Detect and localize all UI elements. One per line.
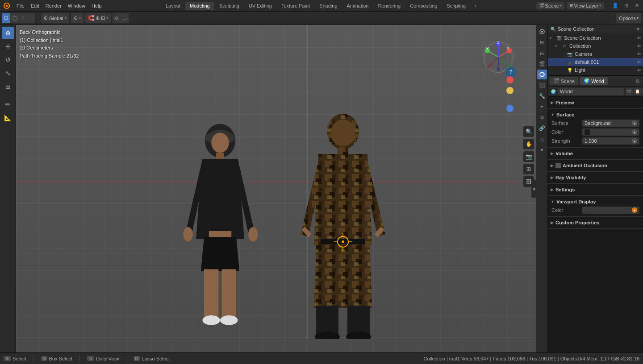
- world-name-input[interactable]: [558, 88, 624, 95]
- tab-sculpting[interactable]: Sculpting: [215, 2, 244, 10]
- world-copy-btn[interactable]: 📋: [634, 88, 641, 95]
- tab-modeling[interactable]: Modeling: [185, 2, 214, 10]
- tab-animation[interactable]: Animation: [342, 2, 373, 10]
- outliner-item-collection[interactable]: ▾ ◻ Collection 👁: [548, 42, 643, 50]
- svg-point-51: [540, 72, 544, 77]
- tool-measure[interactable]: 📐: [2, 112, 14, 124]
- outliner-item-mesh[interactable]: ▾ △ default.001 👁: [548, 58, 643, 66]
- menu-window[interactable]: Window: [65, 2, 88, 9]
- light-eye[interactable]: 👁: [637, 68, 641, 73]
- user-prefs-icon[interactable]: 👤: [611, 1, 620, 10]
- tab-texture-paint[interactable]: Texture Paint: [277, 2, 314, 10]
- custom-props-header[interactable]: ▶ Custom Properties: [548, 219, 643, 227]
- color-dot-btn[interactable]: ●: [632, 129, 637, 135]
- tool-select-extra[interactable]: ⋯: [26, 13, 35, 23]
- collection-eye[interactable]: 👁: [637, 44, 641, 49]
- props-section-settings: ▶ Settings: [548, 184, 643, 196]
- menu-edit[interactable]: Edit: [28, 2, 42, 9]
- viewport-color-dot[interactable]: ●: [632, 207, 637, 213]
- menu-render[interactable]: Render: [42, 2, 65, 9]
- ray-visibility-header[interactable]: ▶ Ray Visibility: [548, 174, 643, 182]
- props-tab-physics[interactable]: ⚙: [537, 112, 547, 122]
- ao-checkbox[interactable]: [555, 163, 561, 168]
- tool-select-circle[interactable]: ◯: [10, 13, 20, 23]
- tab-shading[interactable]: Shading: [315, 2, 342, 10]
- tool-annotate[interactable]: ✏: [2, 98, 14, 111]
- color-swatch: [585, 129, 590, 135]
- add-workspace-btn[interactable]: +: [471, 1, 480, 10]
- volume-section-header[interactable]: ▶ Volume: [548, 149, 643, 157]
- dot-red: [506, 76, 514, 83]
- color-value[interactable]: ●: [582, 128, 639, 136]
- camera-icon: 📷: [567, 51, 573, 57]
- zoom-in-btn[interactable]: 🔍: [523, 126, 534, 137]
- tab-uv-editing[interactable]: UV Editing: [244, 2, 276, 10]
- proportional-edit-extra[interactable]: ◡: [121, 13, 129, 23]
- sidebar-collapse-arrow[interactable]: ◀: [531, 180, 536, 198]
- tool-scale[interactable]: ⤡: [2, 67, 14, 79]
- tool-cursor[interactable]: ⊕: [2, 27, 14, 39]
- settings-header[interactable]: ▶ Settings: [548, 186, 643, 194]
- proportional-edit-btn[interactable]: ⊙: [113, 13, 121, 23]
- outliner-filter-icon[interactable]: ▼: [636, 27, 640, 32]
- outliner-item-scene-collection[interactable]: ▾ 🎬 Scene Collection 👁: [548, 34, 643, 42]
- ao-section-header[interactable]: ▶ Ambient Occlusion: [548, 161, 643, 170]
- outliner-item-light[interactable]: ▾ 💡 Light 👁: [548, 66, 643, 74]
- props-tab-output[interactable]: ⊞: [537, 37, 547, 47]
- tool-move[interactable]: ✛: [2, 40, 14, 53]
- surface-section-header[interactable]: ▼ Surface: [548, 111, 643, 119]
- props-expand-btn[interactable]: ⊞: [634, 78, 641, 85]
- scene-tab-label: Scene: [561, 79, 575, 84]
- surface-type-value[interactable]: Background ●: [582, 120, 639, 127]
- props-tab-particles[interactable]: ✦: [537, 102, 547, 112]
- tool-transform[interactable]: ⊞: [2, 80, 14, 93]
- tool-select-lasso[interactable]: ⌇: [20, 13, 26, 23]
- props-tab-material[interactable]: ●: [537, 145, 547, 154]
- characters-container: [16, 25, 536, 352]
- camera-eye[interactable]: 👁: [637, 52, 641, 57]
- scene-collection-eye[interactable]: 👁: [637, 36, 641, 41]
- view-layer-selector[interactable]: ⊞ View Layer ▾: [567, 2, 604, 9]
- window-fullscreen-icon[interactable]: ⊡: [622, 1, 630, 10]
- menu-file[interactable]: File: [13, 2, 28, 9]
- strength-dot-btn[interactable]: ●: [632, 138, 637, 144]
- props-tab-data[interactable]: △: [537, 134, 547, 144]
- props-tab-modifiers[interactable]: 🔧: [537, 91, 547, 101]
- properties-tabs-sidebar: ⊞ ⊟ 🎬 ⬛ 🔧 ✦ ⚙ 🔗 △ ●: [536, 25, 548, 352]
- world-shield-btn[interactable]: 🛡: [626, 88, 633, 95]
- tab-scene[interactable]: 🎬 Scene: [550, 77, 578, 85]
- viewport-display-header[interactable]: ▼ Viewport Display: [548, 198, 643, 206]
- transform-orientation-select[interactable]: ⊕ Global ▾: [41, 13, 69, 23]
- options-btn[interactable]: Options ▾: [616, 13, 641, 23]
- props-tab-render[interactable]: [537, 27, 547, 37]
- camera-view-btn[interactable]: 📷: [523, 151, 534, 162]
- tab-compositing[interactable]: Compositing: [405, 2, 442, 10]
- props-tab-world[interactable]: [537, 70, 547, 79]
- menu-help[interactable]: Help: [88, 2, 105, 9]
- surface-value-dot[interactable]: ●: [632, 120, 637, 126]
- window-close-icon[interactable]: ✕: [632, 1, 641, 10]
- mesh-eye[interactable]: 👁: [637, 60, 641, 65]
- tab-layout[interactable]: Layout: [161, 2, 185, 10]
- tool-rotate[interactable]: ↺: [2, 54, 14, 66]
- viewport-color-value[interactable]: ●: [582, 207, 639, 214]
- outliner-item-camera[interactable]: ▾ 📷 Camera 👁: [548, 50, 643, 58]
- pivot-point-select[interactable]: ⊙ ▾: [71, 13, 84, 23]
- scene-icon: 🎬: [553, 78, 559, 84]
- props-tab-scene[interactable]: 🎬: [537, 59, 547, 69]
- grid-view-btn[interactable]: ⊞: [523, 164, 534, 174]
- tool-select-box[interactable]: ☐: [2, 13, 10, 23]
- scene-selector[interactable]: 🎬 Scene ▾: [536, 2, 564, 9]
- viewport[interactable]: Object Mode ▾ View Select Add Object ⊡ ⬛: [16, 25, 536, 352]
- mesh-icon: △: [567, 59, 573, 65]
- strength-value[interactable]: 1.000 ●: [582, 137, 639, 145]
- tab-world[interactable]: 🌍 World: [580, 77, 608, 85]
- props-tab-object[interactable]: ⬛: [537, 80, 547, 90]
- preview-section-header[interactable]: ▶ Preview: [548, 99, 643, 107]
- tab-rendering[interactable]: Rendering: [373, 2, 405, 10]
- props-tab-constraints[interactable]: 🔗: [537, 123, 547, 133]
- hand-tool-btn[interactable]: ✋: [523, 139, 534, 149]
- tab-scripting[interactable]: Scripting: [442, 2, 470, 10]
- props-tab-view-layer[interactable]: ⊟: [537, 48, 547, 58]
- snapping-select[interactable]: 🧲 ⊕ ⊞ ▾: [85, 13, 111, 23]
